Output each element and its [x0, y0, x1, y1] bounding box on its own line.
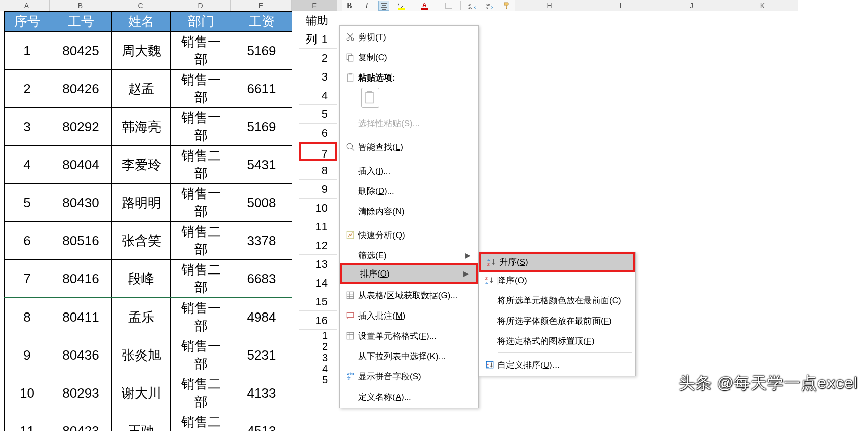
col-header-e[interactable]: E [231, 0, 292, 11]
cell[interactable]: 80411 [50, 298, 112, 336]
col-header-a[interactable]: A [4, 0, 50, 11]
helper-value[interactable]: 11 [299, 217, 337, 236]
cell[interactable]: 4984 [231, 298, 292, 336]
table-row[interactable]: 1180423王驰销售二部4513 [5, 412, 292, 432]
submenu-font-color-top[interactable]: 将所选字体颜色放在最前面(F) [479, 310, 635, 331]
table-row[interactable]: 580430路明明销售一部5008 [5, 184, 292, 222]
cell[interactable]: 路明明 [112, 184, 171, 222]
cell[interactable]: 销售二部 [171, 222, 231, 260]
helper-tail-value[interactable]: 4 [299, 363, 337, 374]
cell[interactable]: 5169 [231, 32, 292, 70]
cell[interactable]: 4513 [231, 412, 292, 432]
helper-tail-value[interactable]: 5 [299, 374, 337, 385]
cell[interactable]: 80430 [50, 184, 112, 222]
cell[interactable]: 5231 [231, 336, 292, 374]
align-center-button[interactable] [378, 1, 389, 11]
col-header-d[interactable]: D [170, 0, 231, 11]
col-header-k[interactable]: K [727, 0, 798, 11]
menu-quick-analysis[interactable]: 快速分析(Q) [340, 225, 478, 245]
menu-sort[interactable]: 排序(O) ▶ [340, 263, 478, 284]
cell[interactable]: 周大魏 [112, 32, 171, 70]
helper-value[interactable]: 1 [299, 30, 337, 49]
cell[interactable]: 销售二部 [171, 374, 231, 412]
menu-copy[interactable]: 复制(C) [340, 47, 478, 67]
cell[interactable]: 孟乐 [112, 298, 171, 336]
cell[interactable]: 80436 [50, 336, 112, 374]
cell[interactable]: 2 [5, 70, 50, 108]
helper-tail-value[interactable]: 1 [299, 330, 337, 341]
col-header-b[interactable]: B [50, 0, 111, 11]
menu-define-name[interactable]: 定义名称(A)... [340, 386, 478, 407]
cell[interactable]: 3378 [231, 222, 292, 260]
data-table[interactable]: 序号 工号 姓名 部门 工资 180425周大魏销售一部5169280426赵孟… [4, 11, 292, 431]
cell[interactable]: 谢大川 [112, 374, 171, 412]
menu-smart-lookup[interactable]: 智能查找(L) [340, 137, 478, 157]
cell[interactable]: 1 [5, 32, 50, 70]
cell[interactable]: 80293 [50, 374, 112, 412]
table-row[interactable]: 480404李爱玲销售二部5431 [5, 146, 292, 184]
helper-value[interactable]: 2 [299, 49, 337, 67]
menu-paste-button[interactable] [340, 88, 478, 113]
cell[interactable]: 5008 [231, 184, 292, 222]
cell[interactable]: 6 [5, 222, 50, 260]
cell[interactable]: 80516 [50, 222, 112, 260]
helper-value[interactable]: 3 [299, 67, 337, 86]
cell[interactable]: 6611 [231, 70, 292, 108]
helper-value[interactable]: 13 [299, 255, 337, 273]
cell[interactable]: 销售一部 [171, 336, 231, 374]
header-name[interactable]: 姓名 [112, 12, 171, 32]
cell[interactable]: 5431 [231, 146, 292, 184]
col-header-h[interactable]: H [515, 0, 585, 11]
header-dept[interactable]: 部门 [171, 12, 231, 32]
menu-insert[interactable]: 插入(I)... [340, 161, 478, 181]
helper-value[interactable]: 10 [299, 199, 337, 217]
cell[interactable]: 销售一部 [171, 32, 231, 70]
helper-value[interactable]: 4 [299, 86, 337, 105]
menu-from-table[interactable]: 从表格/区域获取数据(G)... [340, 285, 478, 305]
font-color-button[interactable]: A [419, 1, 430, 11]
submenu-sort-asc[interactable]: AZ 升序(S) [479, 252, 635, 272]
cell[interactable]: 销售二部 [171, 260, 231, 298]
menu-cut[interactable]: 剪切(T) [340, 27, 478, 47]
table-row[interactable]: 780416段峰销售二部6683 [5, 260, 292, 298]
helper-value[interactable]: 7 [299, 142, 337, 161]
helper-value[interactable]: 6 [299, 124, 337, 142]
cell[interactable]: 销售一部 [171, 298, 231, 336]
cell[interactable]: 80416 [50, 260, 112, 298]
cell[interactable]: 王驰 [112, 412, 171, 432]
col-header-f[interactable]: F [292, 0, 337, 11]
menu-show-pinyin[interactable]: wén文 显示拼音字段(S) [340, 366, 478, 386]
menu-filter[interactable]: 筛选(E) ▶ [340, 245, 478, 265]
helper-value[interactable]: 14 [299, 273, 337, 292]
helper-value[interactable]: 9 [299, 180, 337, 199]
cell[interactable]: 韩海亮 [112, 108, 171, 146]
cell[interactable]: 80425 [50, 32, 112, 70]
table-row[interactable]: 880411孟乐销售一部4984 [5, 298, 292, 336]
cell[interactable]: 5 [5, 184, 50, 222]
submenu-sort-desc[interactable]: ZA 降序(O) [479, 270, 635, 290]
col-header-i[interactable]: I [585, 0, 656, 11]
decrease-decimal-button[interactable]: .00.0 [484, 1, 495, 11]
cell[interactable]: 7 [5, 260, 50, 298]
table-row[interactable]: 180425周大魏销售一部5169 [5, 32, 292, 70]
cell[interactable]: 6683 [231, 260, 292, 298]
cell[interactable]: 销售一部 [171, 184, 231, 222]
cell[interactable]: 10 [5, 374, 50, 412]
borders-button[interactable] [443, 1, 454, 11]
helper-value[interactable]: 12 [299, 236, 337, 255]
helper-value[interactable]: 15 [299, 292, 337, 311]
menu-delete[interactable]: 删除(D)... [340, 181, 478, 201]
helper-label[interactable]: 辅助列 [299, 11, 337, 30]
cell[interactable]: 销售二部 [171, 412, 231, 432]
cell[interactable]: 销售二部 [171, 146, 231, 184]
table-row[interactable]: 380292韩海亮销售一部5169 [5, 108, 292, 146]
cell[interactable]: 张含笑 [112, 222, 171, 260]
table-row[interactable]: 280426赵孟销售一部6611 [5, 70, 292, 108]
cell[interactable]: 8 [5, 298, 50, 336]
menu-clear[interactable]: 清除内容(N) [340, 201, 478, 221]
cell[interactable]: 段峰 [112, 260, 171, 298]
cell[interactable]: 5169 [231, 108, 292, 146]
table-row[interactable]: 980436张炎旭销售一部5231 [5, 336, 292, 374]
table-row[interactable]: 680516张含笑销售二部3378 [5, 222, 292, 260]
header-seq[interactable]: 序号 [5, 12, 50, 32]
